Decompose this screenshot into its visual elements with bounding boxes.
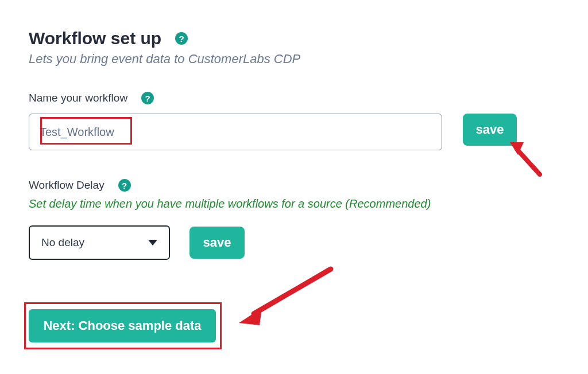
workflow-delay-label: Workflow Delay [29, 179, 105, 192]
workflow-name-input[interactable] [29, 114, 442, 150]
workflow-delay-select[interactable]: No delay [29, 225, 170, 260]
page-subtitle: Lets you bring event data to CustomerLab… [29, 52, 559, 67]
name-workflow-section: Name your workflow ? save [29, 92, 559, 150]
header-block: Workflow set up ? Lets you bring event d… [29, 29, 559, 67]
svg-line-2 [254, 269, 331, 314]
workflow-delay-section: Workflow Delay ? Set delay time when you… [29, 179, 559, 260]
help-icon[interactable]: ? [175, 32, 188, 45]
svg-line-1 [517, 149, 540, 174]
name-workflow-label: Name your workflow [29, 92, 127, 104]
save-name-button[interactable]: save [463, 114, 517, 146]
workflow-delay-value: No delay [41, 236, 84, 249]
save-delay-button[interactable]: save [189, 227, 245, 259]
workflow-delay-hint: Set delay time when you have multiple wo… [29, 197, 559, 211]
annotation-arrow-icon [500, 141, 546, 179]
next-choose-sample-data-button[interactable]: Next: Choose sample data [29, 309, 216, 342]
chevron-down-icon [148, 240, 157, 246]
annotation-arrow-icon [233, 264, 336, 328]
next-button-area: Next: Choose sample data [29, 309, 230, 342]
svg-marker-3 [239, 308, 262, 325]
page-title: Workflow set up [29, 29, 161, 48]
help-icon[interactable]: ? [141, 92, 154, 104]
help-icon[interactable]: ? [118, 179, 131, 192]
